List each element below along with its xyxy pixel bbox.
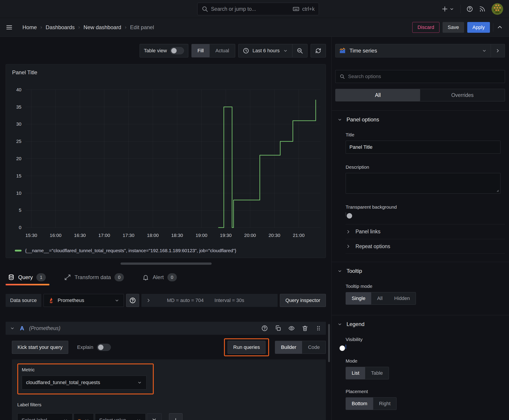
query-inspector-button[interactable]: Query inspector xyxy=(280,294,326,307)
panel-title-input[interactable]: Panel Title xyxy=(346,141,501,154)
description-textarea[interactable] xyxy=(346,173,501,194)
chevron-down-icon xyxy=(137,380,142,385)
query-datasource-hint: (Prometheus) xyxy=(29,325,60,331)
tab-alert[interactable]: Alert 0 xyxy=(140,271,180,285)
explain-toggle[interactable] xyxy=(97,344,111,351)
query-tabs: Query 1 Transform data 0 Alert 0 xyxy=(6,271,326,285)
keyboard-icon xyxy=(293,6,299,12)
search-icon xyxy=(202,6,208,12)
refresh-icon xyxy=(315,47,322,54)
code-option[interactable]: Code xyxy=(302,341,326,354)
kick-start-button[interactable]: Kick start your query xyxy=(12,341,68,354)
query-actions-row: Kick start your query Explain Run querie… xyxy=(12,338,326,356)
duplicate-query-icon[interactable] xyxy=(275,325,281,332)
select-value-dropdown[interactable]: Select value xyxy=(95,413,146,420)
chevron-down-icon xyxy=(136,418,141,420)
search-icon xyxy=(340,74,345,79)
resize-handle-icon[interactable] xyxy=(494,187,499,193)
datasource-help-button[interactable] xyxy=(126,294,139,307)
zoom-out-button[interactable] xyxy=(292,44,307,57)
mode-table-option[interactable]: Table xyxy=(365,367,389,379)
tab-all[interactable]: All xyxy=(335,89,420,101)
svg-text:35: 35 xyxy=(16,104,21,110)
datasource-row: Data source Prometheus MD = auto = 704 I… xyxy=(6,294,326,307)
zoom-out-icon xyxy=(296,47,303,54)
tooltip-hidden-option[interactable]: Hidden xyxy=(388,292,416,304)
collapse-header-icon[interactable] xyxy=(496,24,503,31)
legend-series-swatch[interactable] xyxy=(15,250,22,252)
add-new-button[interactable] xyxy=(441,6,455,12)
svg-text:25: 25 xyxy=(16,139,21,144)
search-placeholder: Search or jump to... xyxy=(211,6,290,12)
breadcrumb-home[interactable]: Home xyxy=(23,24,37,30)
tooltip-header[interactable]: Tooltip xyxy=(335,268,505,274)
vertical-scrollbar[interactable] xyxy=(328,324,330,362)
drag-handle-icon[interactable] xyxy=(315,325,322,332)
query-options-strip[interactable]: MD = auto = 704 Interval = 30s xyxy=(141,294,278,307)
panel-options-header[interactable]: Panel options xyxy=(335,116,505,123)
query-refid: A xyxy=(20,325,24,332)
time-series-chart[interactable]: 051015202530354015:3016:0016:3017:0017:3… xyxy=(6,64,326,258)
tooltip-single-option[interactable]: Single xyxy=(346,292,371,304)
tab-transform[interactable]: Transform data 0 xyxy=(62,271,128,285)
metric-select[interactable]: cloudflared_tunnel_total_requests xyxy=(22,375,146,390)
operator-dropdown[interactable]: = xyxy=(74,413,94,420)
help-icon[interactable] xyxy=(466,6,473,12)
tooltip-all-option[interactable]: All xyxy=(371,292,388,304)
breadcrumb-new-dashboard[interactable]: New dashboard xyxy=(84,24,121,30)
toggle-visibility-icon[interactable] xyxy=(288,325,295,332)
mode-list-option[interactable]: List xyxy=(346,367,365,379)
global-search-input[interactable]: Search or jump to... ctrl+k xyxy=(197,3,319,15)
viz-type-label[interactable]: Time series xyxy=(349,48,377,54)
chevron-down-icon xyxy=(10,326,15,331)
panel-title: Panel Title xyxy=(12,69,37,76)
placement-label: Placement xyxy=(346,389,505,394)
time-series-viz-icon xyxy=(339,47,346,54)
options-filter-tabs: All Overrides xyxy=(335,89,505,101)
horizontal-scrollbar[interactable] xyxy=(121,262,212,265)
transparent-bg-toggle[interactable] xyxy=(346,212,346,217)
builder-option[interactable]: Builder xyxy=(275,341,302,354)
actual-option[interactable]: Actual xyxy=(210,44,235,57)
chevron-down-icon[interactable] xyxy=(482,48,487,53)
breadcrumb-dashboards[interactable]: Dashboards xyxy=(46,24,75,30)
discard-button[interactable]: Discard xyxy=(412,22,440,33)
datasource-picker[interactable]: Prometheus xyxy=(44,294,124,307)
time-range-picker[interactable]: Last 6 hours xyxy=(239,44,292,57)
chevron-down-icon xyxy=(63,418,68,420)
panel-links-row[interactable]: Panel links xyxy=(346,224,505,239)
panel-links-label: Panel links xyxy=(356,229,380,235)
repeat-options-label: Repeat options xyxy=(356,243,390,249)
options-search-input[interactable]: Search options xyxy=(335,70,505,83)
select-label-dropdown[interactable]: Select label xyxy=(17,413,73,420)
delete-query-icon[interactable] xyxy=(302,325,308,332)
operator-value: = xyxy=(78,417,81,420)
tab-overrides[interactable]: Overrides xyxy=(420,89,505,101)
svg-text:18:30: 18:30 xyxy=(171,233,183,238)
toggle-viz-picker-button[interactable] xyxy=(491,48,505,53)
add-filter-button[interactable] xyxy=(169,413,182,420)
apply-button[interactable]: Apply xyxy=(467,22,490,33)
max-data-points: MD = auto = 704 xyxy=(167,298,204,303)
placement-bottom-option[interactable]: Bottom xyxy=(346,398,373,410)
user-avatar[interactable] xyxy=(492,3,503,15)
menu-icon[interactable] xyxy=(6,24,13,31)
refresh-button[interactable] xyxy=(311,44,326,57)
grafana-logo-icon[interactable] xyxy=(6,3,17,15)
repeat-options-row[interactable]: Repeat options xyxy=(346,239,505,254)
legend-series-label[interactable]: {__name__="cloudflared_tunnel_total_requ… xyxy=(25,248,236,253)
tab-transform-label: Transform data xyxy=(75,274,111,280)
tab-query[interactable]: Query 1 xyxy=(6,271,49,285)
run-queries-button[interactable]: Run queries xyxy=(228,341,266,354)
query-help-icon[interactable] xyxy=(261,325,268,332)
remove-filter-button[interactable] xyxy=(147,413,162,420)
save-button[interactable]: Save xyxy=(443,22,464,33)
placement-right-option[interactable]: Right xyxy=(373,398,396,410)
news-icon[interactable] xyxy=(479,6,486,12)
table-view-toggle[interactable] xyxy=(170,47,184,54)
legend-visibility-toggle[interactable] xyxy=(346,345,346,349)
query-row-header[interactable]: A (Prometheus) xyxy=(6,322,326,335)
chevron-right-icon xyxy=(495,48,501,53)
legend-header[interactable]: Legend xyxy=(335,321,505,327)
fill-option[interactable]: Fill xyxy=(192,44,210,57)
